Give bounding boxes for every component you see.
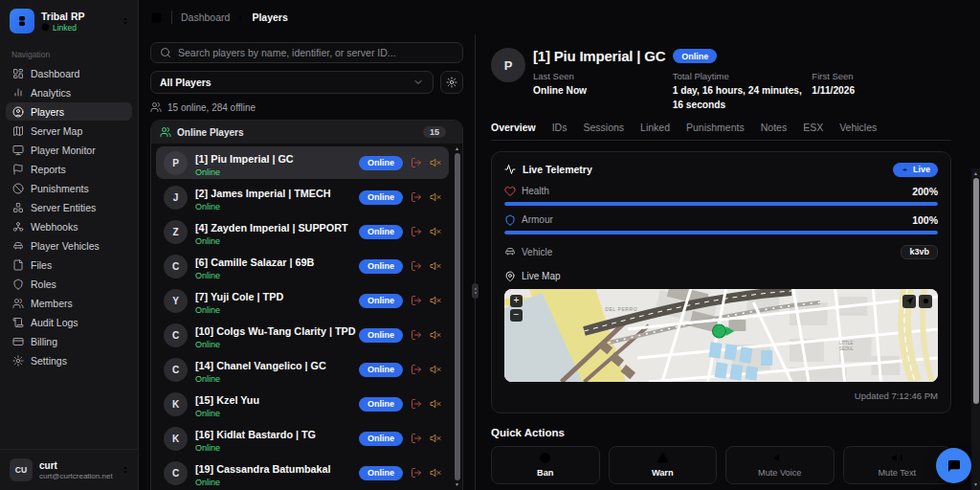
users-icon	[150, 101, 162, 113]
sidebar-item-players[interactable]: Players	[6, 102, 132, 121]
team-switcher[interactable]: Tribal RP Linked	[0, 0, 138, 40]
online-badge: Online	[359, 328, 403, 343]
player-row[interactable]: P[1] Piu Imperial | GCOnlineOnline	[156, 146, 449, 179]
tab-vehicles[interactable]: Vehicles	[839, 122, 877, 133]
sidebar-item-settings[interactable]: Settings	[6, 351, 132, 369]
list-scrollbar[interactable]: ▲▼	[454, 145, 460, 488]
meta-label: Total Playtime	[673, 71, 813, 81]
live-map[interactable]: DEL PERRO LITTLE SEOUL + −	[504, 289, 938, 382]
sidebar-item-analytics[interactable]: Analytics	[6, 83, 132, 101]
sidebar-item-members[interactable]: Members	[6, 294, 132, 312]
kick-icon[interactable]	[411, 191, 422, 203]
tab-notes[interactable]: Notes	[761, 122, 787, 133]
player-row[interactable]: K[15] Kzel YuuOnlineOnline	[156, 388, 449, 420]
file-icon	[12, 259, 24, 271]
sidebar-item-server-entities[interactable]: Server Entities	[6, 198, 132, 216]
chevrons-up-down-icon[interactable]	[121, 465, 130, 475]
kick-icon[interactable]	[411, 226, 422, 237]
mute-icon[interactable]	[430, 295, 441, 306]
kick-icon[interactable]	[411, 260, 422, 272]
online-badge: Online	[359, 363, 403, 377]
player-row[interactable]: K[16] Kidlat Bastardo | TGOnlineOnline	[156, 422, 449, 455]
sidebar-item-reports[interactable]: Reports	[6, 160, 132, 178]
kick-icon[interactable]	[411, 398, 422, 410]
player-filter-select[interactable]: All Players	[150, 71, 434, 94]
mute-icon[interactable]	[430, 433, 441, 444]
avatar: J	[164, 186, 188, 210]
sidebar-item-roles[interactable]: Roles	[6, 275, 132, 293]
support-chat-button[interactable]	[936, 448, 971, 483]
tab-overview[interactable]: Overview	[491, 122, 536, 133]
detail-scrollbar[interactable]: ▲ ▼	[971, 168, 980, 490]
armour-bar	[504, 231, 938, 234]
warn-button[interactable]: Warn	[609, 446, 718, 484]
player-row[interactable]: C[14] Chanel Vangelico | GCOnlineOnline	[156, 353, 449, 386]
sidebar-item-player-monitor[interactable]: Player Monitor	[6, 141, 132, 159]
online-badge: Online	[673, 49, 717, 63]
sidebar-item-punishments[interactable]: Punishments	[6, 179, 132, 197]
mute-icon[interactable]	[430, 398, 441, 410]
breadcrumb: Dashboard Players	[181, 11, 288, 23]
mute-voice-button[interactable]: Mute Voice	[725, 446, 835, 484]
scrollbar-thumb[interactable]	[973, 178, 979, 404]
avatar: C	[164, 358, 188, 382]
scrollbar-thumb[interactable]	[455, 153, 460, 480]
mute-icon[interactable]	[430, 329, 441, 341]
kick-icon[interactable]	[411, 364, 422, 375]
mute-icon[interactable]	[430, 467, 441, 479]
tab-linked[interactable]: Linked	[640, 122, 670, 133]
users-icon	[12, 298, 24, 309]
meta-value: 1/11/2026	[812, 84, 951, 99]
mute-icon[interactable]	[430, 364, 441, 375]
player-row[interactable]: C[10] Colgs Wu-Tang Clarity | TPDOnlineO…	[156, 319, 449, 351]
map-locate-button[interactable]	[919, 295, 932, 308]
kick-icon[interactable]	[411, 433, 422, 444]
kick-icon[interactable]	[411, 329, 422, 341]
navigation-icon	[905, 297, 914, 305]
sidebar-item-webhooks[interactable]: Webhooks	[6, 217, 132, 235]
map-zoom-in-button[interactable]: +	[510, 295, 523, 307]
chevrons-up-down-icon[interactable]	[121, 16, 130, 26]
user-menu[interactable]: CU curt curt@curtcreation.net	[0, 449, 138, 490]
list-settings-button[interactable]	[440, 71, 463, 94]
list-title: Online Players	[177, 127, 417, 138]
player-search[interactable]	[150, 42, 463, 63]
telemetry-card: Live Telemetry Live Health 200% Armour 1…	[491, 151, 951, 413]
sidebar-item-dashboard[interactable]: Dashboard	[6, 64, 132, 82]
mute-text-button[interactable]: Mute Text	[843, 446, 952, 484]
sidebar-item-audit-logs[interactable]: Audit Logs	[6, 313, 132, 331]
sidebar-item-player-vehicles[interactable]: Player Vehicles	[6, 236, 132, 255]
player-name: [7] Yuji Cole | TPD	[195, 291, 283, 302]
tab-sessions[interactable]: Sessions	[583, 122, 624, 133]
player-row[interactable]: Z[4] Zayden Imperial | SUPPORTOnlineOnli…	[156, 215, 449, 248]
players-list-panel: All Players 15 online, 284 offline Onlin…	[139, 34, 475, 490]
search-input[interactable]	[178, 47, 454, 58]
kick-icon[interactable]	[411, 467, 422, 479]
sidebar-toggle-icon[interactable]	[150, 11, 163, 24]
ban-button[interactable]: Ban	[491, 446, 600, 484]
kick-icon[interactable]	[411, 157, 422, 168]
mute-icon[interactable]	[430, 157, 441, 168]
player-status: Online	[195, 478, 351, 487]
sidebar-item-files[interactable]: Files	[6, 256, 132, 274]
sidebar-item-server-map[interactable]: Server Map	[6, 122, 132, 140]
tab-esx[interactable]: ESX	[803, 122, 823, 133]
player-row[interactable]: C[19] Cassandra BatumbakalOnlineOnline	[156, 457, 449, 489]
breadcrumb-dashboard[interactable]: Dashboard	[181, 11, 230, 23]
player-row[interactable]: C[6] Camille Salazar | 69BOnlineOnline	[156, 250, 449, 282]
gear-icon	[12, 355, 24, 367]
ban-icon	[12, 183, 24, 194]
players-icon	[12, 106, 24, 118]
player-row[interactable]: J[2] James Imperial | TMECHOnlineOnline	[156, 181, 449, 213]
map-zoom-out-button[interactable]: −	[510, 309, 523, 322]
kick-icon[interactable]	[411, 295, 422, 306]
mute-icon[interactable]	[430, 226, 441, 237]
tab-ids[interactable]: IDs	[552, 122, 568, 133]
car-icon	[504, 246, 516, 257]
map-follow-button[interactable]	[902, 295, 916, 308]
tab-punishments[interactable]: Punishments	[686, 122, 745, 133]
player-row[interactable]: Y[7] Yuji Cole | TPDOnlineOnline	[156, 284, 449, 317]
mute-icon[interactable]	[430, 191, 441, 203]
mute-icon[interactable]	[430, 260, 441, 272]
sidebar-item-billing[interactable]: Billing	[6, 332, 132, 350]
